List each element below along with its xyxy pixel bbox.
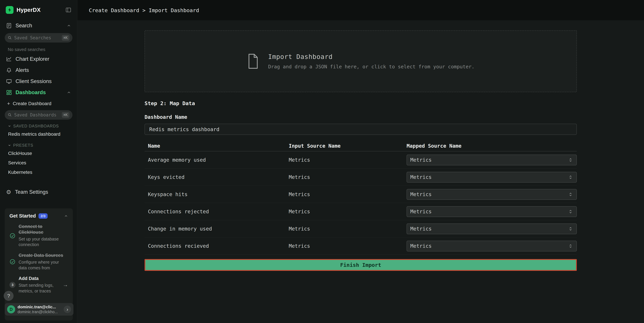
mapped-source-select[interactable]: Metrics (406, 206, 577, 217)
input-source-cell: Metrics (289, 209, 406, 215)
saved-dashboards-input[interactable] (14, 112, 60, 117)
onboarding-step-sources[interactable]: Create Data Sources Configure where your… (10, 253, 68, 271)
mapped-source-select[interactable]: Metrics (406, 223, 577, 234)
main-panel: Create Dashboard > Import Dashboard Impo… (77, 0, 644, 323)
get-started-title: Get Started (10, 213, 36, 219)
check-circle-icon (10, 259, 16, 265)
search-section-icon (6, 23, 12, 28)
table-header-row: Name Input Source Name Mapped Source Nam… (144, 141, 577, 151)
sidebar-item-label: Team Settings (15, 189, 48, 195)
input-source-cell: Metrics (289, 226, 406, 232)
section-label-text: SAVED DASHBOARDS (13, 124, 59, 128)
finish-import-button[interactable]: Finish Import (144, 259, 577, 271)
logo-text: HyperDX (16, 7, 41, 13)
chart-name-cell: Average memory used (148, 157, 289, 163)
get-started-header[interactable]: Get Started 2/3 (10, 213, 68, 219)
dropzone-title: Import Dashboard (268, 53, 474, 60)
chart-name-cell: Keyspace hits (148, 191, 289, 197)
sidebar-item-clickhouse-preset[interactable]: ClickHouse (0, 149, 77, 158)
dropzone-subtitle: Drag and drop a JSON file here, or click… (268, 64, 474, 69)
chart-name-cell: Connections recieved (148, 243, 289, 249)
shortcut-badge: ⌘K (62, 112, 70, 118)
mapped-source-select[interactable]: Metrics (406, 172, 577, 183)
content-area: Import Dashboard Drag and drop a JSON fi… (77, 20, 644, 323)
column-header-input-source: Input Source Name (289, 143, 406, 149)
sidebar-item-redis-dashboard[interactable]: Redis metrics dashboard (0, 129, 77, 139)
saved-searches-searchbox[interactable]: ⌘K (5, 33, 72, 42)
user-account-row[interactable]: D dominic.tran@clic... dominic.tran@clic… (5, 303, 74, 316)
bolt-icon (7, 7, 12, 12)
chevron-up-down-icon (568, 209, 573, 214)
chart-name-cell: Change in memory used (148, 226, 289, 232)
sidebar-item-alerts[interactable]: Alerts (0, 65, 77, 76)
sidebar-header: HyperDX (0, 0, 77, 20)
select-value: Metrics (410, 209, 432, 215)
chart-icon (6, 56, 12, 62)
breadcrumb[interactable]: Create Dashboard > Import Dashboard (89, 7, 199, 13)
sidebar-item-label: Client Sessions (16, 78, 52, 84)
mapped-source-select[interactable]: Metrics (406, 189, 577, 200)
select-value: Metrics (410, 191, 432, 197)
user-email: dominic.tran@clickho... (18, 310, 61, 314)
step-desc: Set up your database connection (18, 236, 68, 248)
import-dropzone[interactable]: Import Dashboard Drag and drop a JSON fi… (144, 30, 577, 92)
chart-name-cell: Connections rejected (148, 209, 289, 215)
input-source-cell: Metrics (289, 191, 406, 197)
help-button[interactable]: ? (4, 291, 14, 301)
table-row: Connections recieved Metrics Metrics (144, 237, 577, 255)
create-dashboard-button[interactable]: + Create Dashboard (0, 98, 77, 108)
hyperdx-logo[interactable] (6, 6, 14, 14)
onboarding-step-connect[interactable]: Connect to ClickHouse Set up your databa… (10, 224, 68, 248)
arrow-right-icon: → (63, 282, 68, 288)
chevron-up-icon (67, 23, 71, 28)
select-value: Metrics (410, 226, 432, 232)
table-row: Average memory used Metrics Metrics (144, 151, 577, 169)
plus-icon: + (7, 101, 10, 106)
onboarding-step-add-data[interactable]: 3 Add Data Start sending logs, metrics, … (10, 276, 68, 294)
dashboard-grid-icon (6, 90, 12, 95)
step-title: Connect to ClickHouse (18, 224, 68, 235)
no-saved-searches-text: No saved searches (8, 47, 77, 52)
table-row: Connections rejected Metrics Metrics (144, 203, 577, 220)
section-label-text: PRESETS (13, 143, 33, 148)
input-source-cell: Metrics (289, 243, 406, 249)
mapped-source-select[interactable]: Metrics (406, 241, 577, 252)
saved-dashboards-section-header[interactable]: SAVED DASHBOARDS (8, 124, 77, 128)
create-dashboard-label: Create Dashboard (13, 101, 52, 106)
input-source-cell: Metrics (289, 174, 406, 180)
chevron-up-down-icon (568, 175, 573, 180)
step-title: Create Data Sources (18, 253, 68, 258)
column-header-mapped-source: Mapped Source Name (406, 143, 577, 149)
input-source-cell: Metrics (289, 157, 406, 163)
sidebar-item-search[interactable]: Search (0, 20, 77, 31)
monitor-icon (6, 78, 12, 84)
chevron-down-icon (8, 144, 11, 147)
gear-icon: ⚙ (6, 189, 11, 195)
chart-name-cell: Keys evicted (148, 174, 289, 180)
step-title: Add Data (18, 276, 60, 282)
sidebar-collapse-icon[interactable] (65, 7, 72, 13)
sidebar-item-services-preset[interactable]: Services (0, 158, 77, 168)
chevron-up-icon (67, 90, 71, 95)
sidebar-item-kubernetes-preset[interactable]: Kubernetes (0, 168, 77, 177)
step-desc: Configure where your data comes from (18, 259, 68, 271)
dropzone-text: Import Dashboard Drag and drop a JSON fi… (268, 53, 474, 69)
saved-searches-input[interactable] (14, 35, 60, 40)
sidebar: HyperDX Search (0, 0, 77, 323)
mapped-source-select[interactable]: Metrics (406, 155, 577, 165)
presets-section-header[interactable]: PRESETS (8, 143, 77, 148)
chevron-up-down-icon (568, 244, 573, 249)
dashboard-name-input[interactable] (144, 124, 577, 135)
table-row: Change in memory used Metrics Metrics (144, 220, 577, 237)
file-icon (247, 53, 259, 69)
sidebar-item-dashboards[interactable]: Dashboards (0, 87, 77, 98)
step-2-label: Step 2: Map Data (144, 100, 577, 106)
select-value: Metrics (410, 157, 432, 163)
table-row: Keyspace hits Metrics Metrics (144, 186, 577, 203)
sidebar-item-chart-explorer[interactable]: Chart Explorer (0, 53, 77, 65)
saved-dashboards-searchbox[interactable]: ⌘K (5, 110, 72, 120)
magnifier-icon (8, 113, 12, 117)
chevron-up-icon (64, 214, 68, 218)
sidebar-item-client-sessions[interactable]: Client Sessions (0, 76, 77, 87)
sidebar-item-team-settings[interactable]: ⚙ Team Settings (0, 186, 77, 198)
